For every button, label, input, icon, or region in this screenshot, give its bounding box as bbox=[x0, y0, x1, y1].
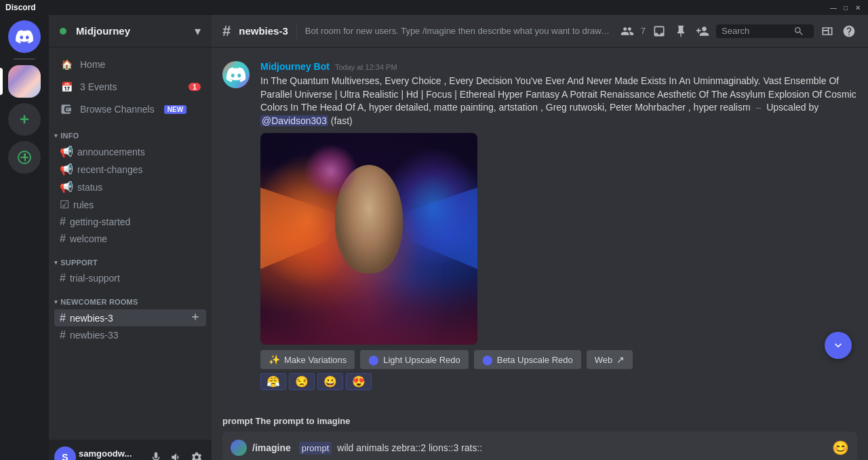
deafen-button[interactable] bbox=[167, 448, 186, 460]
close-button[interactable]: ✕ bbox=[853, 3, 863, 12]
server-header[interactable]: Midjourney ▾ bbox=[49, 15, 212, 47]
skeptical-emoji: 😒 bbox=[295, 375, 309, 388]
trial-support-icon: # bbox=[60, 272, 66, 284]
newbies-33-icon: # bbox=[60, 329, 66, 341]
chat-input[interactable] bbox=[337, 434, 827, 460]
channel-getting-started[interactable]: # getting-started bbox=[54, 214, 206, 230]
user-avatar: S bbox=[54, 446, 76, 460]
message-content: Midjourney Bot Today at 12:34 PM In The … bbox=[260, 61, 857, 390]
status-icon: 📢 bbox=[60, 180, 73, 193]
prompt-tag: prompt bbox=[299, 442, 332, 455]
channel-header-description: Bot room for new users. Type /imagine th… bbox=[305, 26, 611, 36]
chat-input-prefix bbox=[231, 432, 247, 460]
titlebar: Discord — □ ✕ bbox=[0, 0, 868, 15]
search-box[interactable] bbox=[716, 24, 814, 38]
help-icon[interactable] bbox=[841, 23, 857, 39]
server-header-chevron: ▾ bbox=[195, 24, 201, 39]
channel-newbies-33[interactable]: # newbies-33 bbox=[54, 327, 206, 343]
portrait-flowers bbox=[304, 144, 358, 198]
channel-welcome[interactable]: # welcome bbox=[54, 231, 206, 247]
message-header: Midjourney Bot Today at 12:34 PM bbox=[260, 61, 857, 72]
user-area: S samgoodw... #1598 bbox=[49, 440, 212, 460]
chat-input-container: /imagine prompt 😊 bbox=[222, 432, 857, 460]
channel-newbies-3[interactable]: # newbies-3 bbox=[54, 309, 206, 326]
midjourney-server-icon[interactable] bbox=[8, 65, 41, 98]
browse-channels-badge: NEW bbox=[164, 105, 186, 114]
reaction-angry[interactable]: 😤 bbox=[260, 373, 286, 390]
web-label: Web bbox=[595, 355, 613, 365]
emoji-button[interactable]: 😊 bbox=[832, 434, 849, 460]
beta-upscale-redo-button[interactable]: ⬤ Beta Upscale Redo bbox=[474, 350, 581, 369]
message-reactions: 😤 😒 😀 😍 bbox=[260, 373, 857, 390]
events-label: 3 Events bbox=[80, 81, 117, 92]
light-upscale-redo-button[interactable]: ⬤ Light Upscale Redo bbox=[360, 350, 468, 369]
category-support-chevron: ▾ bbox=[54, 259, 58, 266]
scroll-to-bottom-button[interactable] bbox=[825, 332, 852, 359]
speed-label: (fast) bbox=[331, 115, 353, 126]
channel-recent-changes[interactable]: 📢 recent-changes bbox=[54, 161, 206, 178]
events-icon: 📅 bbox=[60, 80, 73, 94]
channel-rules[interactable]: ☑ rules bbox=[54, 196, 206, 213]
add-server-button[interactable]: + bbox=[8, 103, 41, 136]
reaction-smile[interactable]: 😀 bbox=[317, 373, 343, 390]
minimize-button[interactable]: — bbox=[829, 3, 838, 12]
reaction-heart-eyes[interactable]: 😍 bbox=[346, 373, 372, 390]
settings-button[interactable] bbox=[187, 448, 206, 460]
channel-list: 🏠 Home 📅 3 Events 1 Browse Channels NEW bbox=[49, 47, 212, 440]
channel-hash-icon: # bbox=[222, 22, 231, 40]
angry-emoji: 😤 bbox=[267, 375, 280, 388]
message-buttons: ✨ Make Variations ⬤ Light Upscale Redo ⬤… bbox=[260, 350, 857, 369]
maximize-button[interactable]: □ bbox=[841, 3, 850, 12]
make-variations-icon: ✨ bbox=[269, 354, 280, 365]
add-members-icon[interactable] bbox=[694, 23, 711, 39]
category-info[interactable]: ▾ INFO bbox=[49, 121, 212, 142]
mute-button[interactable] bbox=[146, 448, 165, 460]
inbox-icon[interactable] bbox=[651, 23, 667, 39]
explore-servers-button[interactable] bbox=[8, 141, 41, 174]
category-support-label: SUPPORT bbox=[60, 258, 98, 267]
channel-welcome-label: welcome bbox=[70, 233, 107, 244]
active-server-indicator bbox=[0, 68, 3, 95]
main-content: # newbies-3 Bot room for new users. Type… bbox=[212, 15, 868, 460]
heart-eyes-emoji: 😍 bbox=[352, 375, 366, 388]
sidebar-item-browse-channels[interactable]: Browse Channels NEW bbox=[54, 98, 206, 120]
layout-icon[interactable] bbox=[819, 23, 835, 39]
channel-trial-support-label: trial-support bbox=[70, 273, 120, 284]
header-divider bbox=[296, 23, 297, 39]
channel-announcements[interactable]: 📢 announcements bbox=[54, 143, 206, 160]
reaction-skeptical[interactable]: 😒 bbox=[289, 373, 315, 390]
sidebar-item-home[interactable]: 🏠 Home bbox=[54, 54, 206, 75]
user-mention[interactable]: @Davidson303 bbox=[260, 115, 328, 126]
prompt-keyword: prompt bbox=[222, 416, 253, 426]
members-icon[interactable] bbox=[619, 23, 635, 39]
events-badge: 1 bbox=[189, 83, 201, 91]
search-input[interactable] bbox=[722, 26, 789, 36]
fantasy-portrait bbox=[260, 133, 477, 345]
browse-icon bbox=[60, 102, 73, 116]
rules-icon: ☑ bbox=[60, 198, 69, 211]
browse-channels-label: Browse Channels bbox=[80, 104, 155, 115]
category-newcomer-rooms-chevron: ▾ bbox=[54, 299, 58, 305]
channel-newbies-3-label: newbies-3 bbox=[70, 313, 113, 324]
message-timestamp: Today at 12:34 PM bbox=[335, 63, 397, 71]
make-variations-label: Make Variations bbox=[284, 355, 347, 365]
web-button[interactable]: Web ↗ bbox=[587, 350, 633, 369]
sidebar-item-events[interactable]: 📅 3 Events 1 bbox=[54, 76, 206, 98]
channel-recent-changes-label: recent-changes bbox=[77, 164, 143, 175]
pin-icon[interactable] bbox=[673, 23, 689, 39]
category-info-chevron: ▾ bbox=[54, 132, 58, 139]
make-variations-button[interactable]: ✨ Make Variations bbox=[260, 350, 355, 369]
category-newcomer-rooms[interactable]: ▾ NEWCOMER ROOMS bbox=[49, 287, 212, 309]
getting-started-icon: # bbox=[60, 216, 66, 228]
channel-trial-support[interactable]: # trial-support bbox=[54, 270, 206, 286]
message: Midjourney Bot Today at 12:34 PM In The … bbox=[222, 58, 857, 393]
announcements-icon: 📢 bbox=[60, 145, 73, 158]
category-newcomer-rooms-label: NEWCOMER ROOMS bbox=[60, 298, 138, 306]
channel-status[interactable]: 📢 status bbox=[54, 178, 206, 195]
user-controls bbox=[146, 448, 206, 460]
category-support[interactable]: ▾ SUPPORT bbox=[49, 248, 212, 269]
discord-home-icon[interactable] bbox=[8, 20, 41, 53]
add-member-icon[interactable] bbox=[190, 311, 201, 324]
channel-announcements-label: announcements bbox=[77, 147, 145, 157]
welcome-icon: # bbox=[60, 233, 66, 245]
